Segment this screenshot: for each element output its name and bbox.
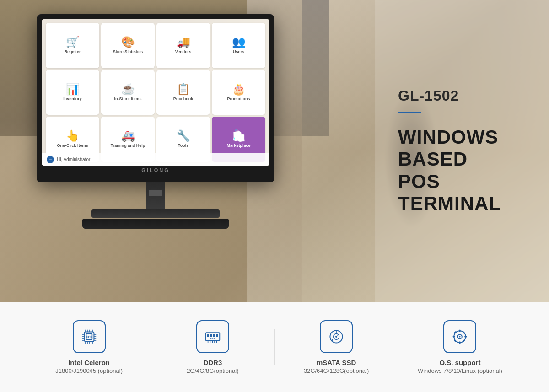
svg-text:CPU: CPU — [86, 335, 92, 338]
spec-item-os: O.S. support Windows 7/8/10/Linux (optio… — [398, 320, 522, 374]
ssd-spec-text: mSATA SSD 32G/64G/128G(optional) — [304, 359, 369, 374]
monitor-foot — [82, 219, 229, 229]
app-tile-pricebook[interactable]: 📋 Pricebook — [156, 70, 210, 115]
app-tile-in-store-items[interactable]: ☕ In-Store Items — [101, 70, 155, 115]
monitor: 🛒 Register 🎨 Store Statistics 🚚 Vendors — [23, 14, 288, 288]
monitor-bezel: 🛒 Register 🎨 Store Statistics 🚚 Vendors — [37, 14, 274, 182]
cpu-line2: J1800/J1900/I5 (optional) — [55, 367, 123, 374]
in-store-items-icon: ☕ — [121, 84, 135, 95]
os-spec-text: O.S. support Windows 7/8/10/Linux (optio… — [418, 359, 502, 374]
hero-section: 🛒 Register 🎨 Store Statistics 🚚 Vendors — [0, 0, 549, 302]
tools-icon: 🔧 — [177, 130, 190, 141]
svg-rect-43 — [459, 341, 461, 344]
svg-text:RAM: RAM — [210, 338, 215, 340]
os-icon — [451, 328, 469, 346]
marketplace-label: Marketplace — [226, 143, 250, 148]
cpu-line1: Intel Celeron — [55, 359, 123, 366]
cpu-icon-box: CPU — [73, 320, 106, 353]
os-line2: Windows 7/8/10/Linux (optional) — [418, 367, 502, 374]
app-tile-users[interactable]: 👥 Users — [212, 23, 265, 68]
training-help-label: Training and Help — [111, 143, 145, 148]
pricebook-label: Pricebook — [173, 97, 194, 102]
svg-rect-26 — [213, 334, 215, 337]
ram-icon: RAM — [204, 328, 222, 346]
ram-icon-box: RAM — [196, 320, 229, 353]
svg-rect-27 — [216, 334, 218, 337]
vendors-icon: 🚚 — [177, 37, 190, 48]
spec-item-ram: RAM DDR3 2G/4G/8G(optional) — [151, 320, 274, 374]
register-label: Register — [64, 49, 81, 54]
product-divider — [398, 112, 421, 113]
register-icon: 🛒 — [66, 37, 80, 48]
training-help-icon: 🚑 — [121, 130, 135, 141]
ssd-line2: 32G/64G/128G(optional) — [304, 367, 369, 374]
product-title-line2: POS TERMINAL — [398, 171, 501, 214]
app-grid: 🛒 Register 🎨 Store Statistics 🚚 Vendors — [42, 19, 269, 166]
one-click-items-label: One-Click Items — [57, 143, 88, 148]
svg-rect-44 — [453, 336, 455, 337]
pricebook-icon: 📋 — [177, 84, 190, 95]
specs-section: CPU — [0, 302, 549, 392]
ram-line1: DDR3 — [187, 359, 238, 366]
in-store-items-label: In-Store Items — [114, 97, 141, 102]
cpu-icon: CPU — [80, 328, 98, 346]
svg-point-41 — [459, 336, 461, 337]
promotions-label: Promotions — [227, 97, 250, 102]
product-model: GL-1502 — [398, 87, 526, 104]
product-title-line1: WINDOWS BASED — [398, 126, 498, 170]
users-icon: 👥 — [232, 37, 246, 48]
spec-item-ssd: mSATA SSD 32G/64G/128G(optional) — [275, 320, 398, 374]
monitor-neck — [146, 182, 165, 209]
svg-point-36 — [335, 336, 337, 338]
spec-item-cpu: CPU — [27, 320, 151, 374]
app-tile-register[interactable]: 🛒 Register — [46, 23, 99, 68]
monitor-brand: GILONG — [42, 167, 269, 173]
ssd-line1: mSATA SSD — [304, 359, 369, 366]
status-user-label: Hi, Administrator — [57, 157, 90, 162]
screen-statusbar: → Hi, Administrator — [42, 153, 269, 166]
store-statistics-label: Store Statistics — [113, 49, 143, 54]
users-label: Users — [233, 49, 244, 54]
tools-label: Tools — [178, 143, 188, 148]
svg-rect-42 — [459, 330, 461, 332]
inventory-icon: 📊 — [66, 84, 80, 95]
ssd-icon — [327, 328, 345, 346]
ram-spec-text: DDR3 2G/4G/8G(optional) — [187, 359, 238, 374]
product-info: GL-1502 WINDOWS BASED POS TERMINAL — [375, 0, 549, 302]
cpu-spec-text: Intel Celeron J1800/J1900/I5 (optional) — [55, 359, 123, 374]
ssd-icon-box — [320, 320, 353, 353]
svg-rect-24 — [207, 334, 209, 337]
svg-rect-45 — [465, 336, 467, 337]
vendors-label: Vendors — [175, 49, 192, 54]
monitor-screen: 🛒 Register 🎨 Store Statistics 🚚 Vendors — [42, 19, 269, 166]
os-icon-box — [443, 320, 476, 353]
status-avatar: → — [47, 156, 54, 163]
app-tile-promotions[interactable]: 🎂 Promotions — [212, 70, 265, 115]
marketplace-icon: 🛍️ — [232, 130, 246, 141]
app-tile-inventory[interactable]: 📊 Inventory — [46, 70, 99, 115]
app-tile-vendors[interactable]: 🚚 Vendors — [156, 23, 210, 68]
store-statistics-icon: 🎨 — [121, 37, 135, 48]
promotions-icon: 🎂 — [232, 84, 246, 95]
one-click-items-icon: 👆 — [66, 130, 80, 141]
ram-line2: 2G/4G/8G(optional) — [187, 367, 238, 374]
monitor-base — [92, 209, 220, 218]
os-line1: O.S. support — [418, 359, 502, 366]
product-title: WINDOWS BASED POS TERMINAL — [398, 126, 526, 215]
svg-rect-25 — [210, 334, 212, 337]
app-tile-store-statistics[interactable]: 🎨 Store Statistics — [101, 23, 155, 68]
inventory-label: Inventory — [63, 97, 82, 102]
